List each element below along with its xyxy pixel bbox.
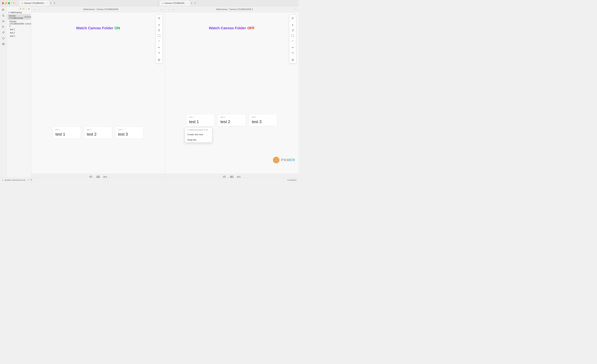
right-breadcrumb-file: Canvas-1731388102546 2 xyxy=(229,8,253,10)
status-dot: ● xyxy=(2,179,3,181)
svg-line-11 xyxy=(3,21,3,21)
canvas-2-name: Canvas-1731388102546 2 xyxy=(9,20,24,27)
svg-point-8 xyxy=(4,21,4,21)
file-test3[interactable]: test 3 xyxy=(7,34,31,38)
folder-name: foldercanvas xyxy=(10,11,22,14)
file-test2[interactable]: test 2 xyxy=(7,31,31,34)
sidebar-item-community[interactable] xyxy=(1,42,6,46)
left-nav-forward[interactable]: → xyxy=(38,8,41,11)
svg-line-14 xyxy=(4,22,4,22)
svg-marker-17 xyxy=(2,37,4,39)
left-toolbar-zoom-in[interactable] xyxy=(157,23,161,27)
sort-icon[interactable]: ↕ xyxy=(26,8,27,10)
tab-canvas-2-label: Canvas-17313881025... xyxy=(165,2,186,4)
right-card-test2[interactable]: test 2 test 2 xyxy=(218,114,246,126)
file-test1[interactable]: test 1 xyxy=(7,28,31,31)
sidebar-item-plugins[interactable] xyxy=(1,36,6,41)
status-help-icon[interactable]: ? xyxy=(28,179,29,181)
right-toolbar-refresh[interactable] xyxy=(290,28,295,33)
right-card-test1[interactable]: test 1 test 1 ⚠ foldercanvas/test 4.md C… xyxy=(186,114,215,126)
sidebar-item-search[interactable] xyxy=(1,13,6,18)
right-nav-back[interactable]: ← xyxy=(167,8,171,11)
svg-rect-32 xyxy=(98,176,100,177)
left-toolbar-redo[interactable] xyxy=(157,51,161,55)
left-nav-back[interactable]: ← xyxy=(33,8,37,11)
file-canvas-1[interactable]: Canvas-1731388102546 CANVAS xyxy=(7,14,31,20)
right-breadcrumb: foldercanvas / Canvas-1731388102546 2 xyxy=(176,8,293,10)
pkmer-watermark: PKMER xyxy=(273,156,295,164)
canvas-2-badge: CANVAS xyxy=(24,23,31,25)
file-test2-name: test 2 xyxy=(10,32,15,34)
left-card-test2[interactable]: test 2 test 2 xyxy=(84,126,112,139)
close-panel-icon[interactable]: ✕ xyxy=(28,8,30,10)
right-toolbar-divider-2 xyxy=(290,44,295,45)
pkmer-brand-text: PKMER xyxy=(281,158,295,162)
folder-icon[interactable]: 📁 xyxy=(13,2,16,5)
right-pane-menu[interactable]: ⋯ xyxy=(294,8,297,11)
status-backlinks: 0 backlinks xyxy=(288,179,297,181)
tab-add-left[interactable]: + xyxy=(49,2,52,5)
left-card-test3[interactable]: test 3 test 3 xyxy=(115,126,144,139)
sidebar-item-graph[interactable] xyxy=(1,19,6,24)
left-toolbar-settings[interactable] xyxy=(157,16,161,21)
svg-point-16 xyxy=(3,32,4,32)
close-button[interactable] xyxy=(2,2,4,4)
left-tabs-area: ◻ Canvas-17313881025... × + ▼ ◻ Canvas-1… xyxy=(19,1,297,6)
left-card-test1-label: test 1 xyxy=(55,129,78,131)
tab-canvas-2[interactable]: ◻ Canvas-17313881025... × xyxy=(160,1,190,6)
swap-file-btn[interactable]: Swap file... xyxy=(185,137,212,142)
sidebar-item-bookmarks[interactable] xyxy=(1,25,6,29)
left-watch-text: Watch Canvas Folder xyxy=(76,26,113,30)
tab-canvas-1-close[interactable]: × xyxy=(46,2,47,4)
left-toolbar-help[interactable] xyxy=(157,58,161,62)
left-card-test1[interactable]: test 1 test 1 xyxy=(53,126,81,139)
left-toolbar-undo[interactable] xyxy=(157,46,161,50)
maximize-button[interactable] xyxy=(8,2,10,4)
tab-dropdown-right[interactable]: ▼ xyxy=(194,2,196,4)
status-settings-icon[interactable]: ⚙ xyxy=(31,179,32,181)
sidebar-item-files[interactable] xyxy=(1,8,6,12)
context-menu: ⚠ foldercanvas/test 4.md Create new note… xyxy=(185,128,212,143)
minimize-button[interactable] xyxy=(5,2,7,4)
right-card-test3[interactable]: test 3 test 3 xyxy=(249,114,277,126)
right-pane-header: ← → foldercanvas / Canvas-1731388102546 … xyxy=(165,6,299,12)
left-pane-menu[interactable]: ⋯ xyxy=(160,8,163,11)
left-toolbar-zoom-out[interactable] xyxy=(157,38,161,43)
left-card-test2-label: test 2 xyxy=(87,129,110,131)
svg-rect-54 xyxy=(230,176,232,177)
file-test3-name: test 3 xyxy=(10,35,15,37)
right-toolbar-zoom-out[interactable] xyxy=(290,38,295,43)
file-canvas-2[interactable]: Canvas-1731388102546 2 CANVAS xyxy=(7,20,31,28)
right-toolbar-settings[interactable] xyxy=(290,16,295,21)
svg-point-44 xyxy=(273,157,279,163)
icon-strip xyxy=(0,6,7,182)
tab-add-right[interactable]: + xyxy=(190,2,193,5)
right-watch-text: Watch Canvas Folder xyxy=(209,26,246,30)
right-toolbar-zoom-in[interactable] xyxy=(290,23,295,27)
sidebar-item-tags[interactable] xyxy=(1,30,6,35)
left-pane-header: ← → foldercanvas / Canvas-1731388102546 … xyxy=(31,6,165,12)
right-nav-forward[interactable]: → xyxy=(171,8,175,11)
tab-canvas-2-close[interactable]: × xyxy=(187,2,188,4)
right-toolbar-divider-3 xyxy=(290,56,295,57)
right-toolbar-help[interactable] xyxy=(290,58,295,62)
tab-canvas-1[interactable]: ◻ Canvas-17313881025... × xyxy=(19,1,49,6)
left-toolbar-refresh[interactable] xyxy=(157,28,161,33)
new-folder-icon[interactable]: 📁 xyxy=(22,8,25,10)
new-note-icon[interactable]: 📝 xyxy=(19,8,21,10)
left-pane-nav: ← → xyxy=(33,8,41,11)
left-breadcrumb: foldercanvas / Canvas-1731388102546 xyxy=(43,8,159,10)
folder-foldercanvas[interactable]: ▼ foldercanvas xyxy=(7,11,31,14)
status-plugin-label: obsidian-notes2canvas-pl... xyxy=(5,179,27,181)
right-toolbar-redo[interactable] xyxy=(290,51,295,55)
left-toolbar-fit[interactable] xyxy=(157,33,161,38)
title-bar: 📁 ◻ Canvas-17313881025... × + ▼ ◻ Canvas… xyxy=(0,0,298,6)
right-toolbar-undo[interactable] xyxy=(290,46,295,50)
create-new-note-btn[interactable]: Create new note xyxy=(185,132,212,137)
left-watch-title: Watch Canvas Folder ON xyxy=(76,26,120,30)
app-window: 📁 ◻ Canvas-17313881025... × + ▼ ◻ Canvas… xyxy=(0,0,298,182)
left-breadcrumb-sep: / xyxy=(95,8,96,10)
right-card-test1-title: test 1 xyxy=(189,120,212,124)
right-toolbar-fit[interactable] xyxy=(290,33,295,38)
tab-dropdown-left[interactable]: ▼ xyxy=(54,2,55,4)
